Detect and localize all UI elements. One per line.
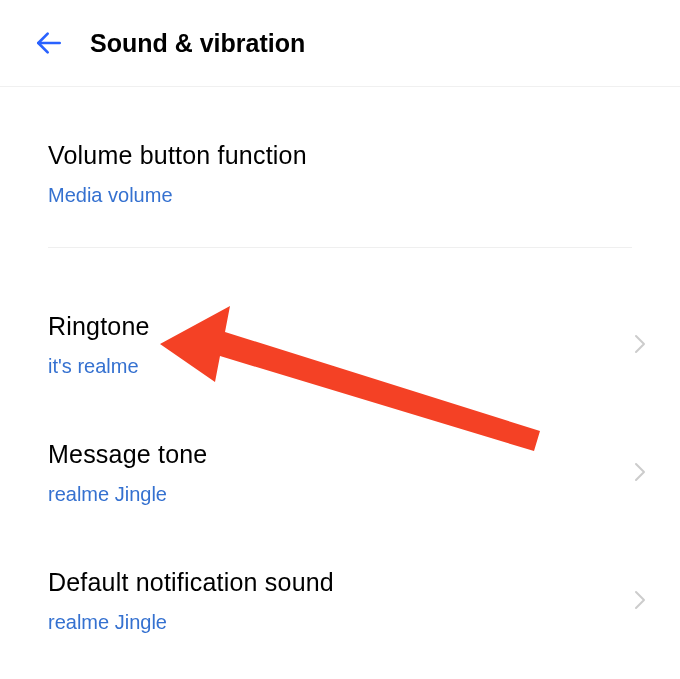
item-title: Default notification sound	[48, 568, 632, 597]
back-arrow-icon	[33, 27, 65, 59]
item-title: Message tone	[48, 440, 632, 469]
volume-button-function-item[interactable]: Volume button function Media volume	[48, 87, 632, 248]
message-tone-item[interactable]: Message tone realme Jingle	[48, 426, 632, 522]
content-area: Volume button function Media volume Ring…	[0, 87, 680, 650]
item-title: Volume button function	[48, 141, 632, 170]
chevron-right-icon	[632, 460, 648, 488]
chevron-right-icon	[632, 332, 648, 360]
item-value: realme Jingle	[48, 483, 632, 506]
item-value: it's realme	[48, 355, 632, 378]
chevron-right-icon	[632, 588, 648, 616]
back-button[interactable]	[30, 24, 68, 62]
default-notification-item[interactable]: Default notification sound realme Jingle	[48, 554, 632, 650]
item-value: realme Jingle	[48, 611, 632, 634]
ringtone-item[interactable]: Ringtone it's realme	[48, 298, 632, 394]
header-bar: Sound & vibration	[0, 0, 680, 87]
tones-section: Ringtone it's realme Message tone realme…	[48, 248, 632, 650]
page-title: Sound & vibration	[90, 29, 305, 58]
item-title: Ringtone	[48, 312, 632, 341]
item-value: Media volume	[48, 184, 632, 207]
